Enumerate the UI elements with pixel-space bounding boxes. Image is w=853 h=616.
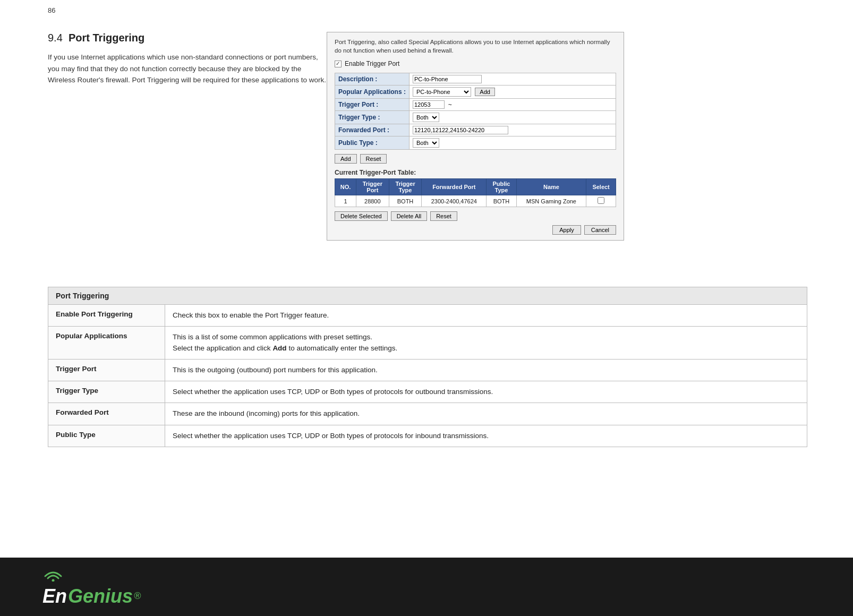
- row-select[interactable]: [586, 195, 616, 207]
- row-trigger-port: 28800: [356, 195, 389, 207]
- popular-apps-add-button[interactable]: Add: [475, 88, 495, 96]
- logo-en: En: [42, 585, 67, 608]
- section-body: If you use Internet applications which u…: [48, 52, 329, 86]
- desc-row-public-type: Public Type Select whether the applicati…: [48, 425, 807, 447]
- desc-row-trigger-type: Trigger Type Select whether the applicat…: [48, 381, 807, 403]
- desc-key-enable: Enable Port Triggering: [48, 305, 165, 327]
- description-label: Description :: [335, 73, 410, 85]
- router-intro-text: Port Triggering, also called Special App…: [335, 38, 616, 55]
- col-public-type: PublicType: [487, 179, 516, 195]
- popular-apps-value: PC-to-Phone Add: [410, 85, 616, 99]
- wifi-icon: [42, 567, 64, 584]
- reset-button[interactable]: Reset: [360, 154, 387, 164]
- desc-key-trigger-type: Trigger Type: [48, 381, 165, 403]
- col-no: NO.: [335, 179, 356, 195]
- row-no: 1: [335, 195, 356, 207]
- description-input[interactable]: [413, 75, 482, 83]
- forwarded-port-input[interactable]: [413, 126, 508, 134]
- section-title: 9.4 Port Triggering: [48, 32, 329, 44]
- logo-area: En Genius ®: [42, 567, 141, 608]
- apply-button[interactable]: Apply: [552, 225, 581, 235]
- trigger-port-input[interactable]: [413, 100, 445, 109]
- svg-point-0: [52, 579, 55, 581]
- enable-trigger-checkbox[interactable]: [335, 61, 342, 67]
- col-name: Name: [516, 179, 586, 195]
- trigger-port-value: ~: [410, 99, 616, 111]
- table-row: 1 28800 BOTH 2300-2400,47624 BOTH MSN Ga…: [335, 195, 616, 207]
- description-table-wrapper: Port Triggering Enable Port Triggering C…: [48, 287, 807, 447]
- footer: En Genius ®: [0, 558, 853, 616]
- popular-apps-label: Popular Applications :: [335, 85, 410, 99]
- page-number: 86: [48, 6, 55, 14]
- forwarded-port-row: Forwarded Port :: [335, 124, 616, 136]
- public-type-label: Public Type :: [335, 136, 410, 150]
- desc-key-public-type: Public Type: [48, 425, 165, 447]
- col-forwarded-port: Forwarded Port: [422, 179, 487, 195]
- apply-cancel-buttons: Apply Cancel: [335, 225, 616, 235]
- desc-row-enable: Enable Port Triggering Check this box to…: [48, 305, 807, 327]
- description-value: [410, 73, 616, 85]
- row-trigger-type: BOTH: [389, 195, 422, 207]
- desc-val-trigger-type: Select whether the application uses TCP,…: [165, 381, 807, 403]
- logo-genius: Genius: [68, 585, 133, 608]
- desc-key-trigger-port: Trigger Port: [48, 359, 165, 381]
- router-ui-panel: Port Triggering, also called Special App…: [327, 32, 624, 241]
- public-type-value: Both TCP UDP: [410, 136, 616, 150]
- trigger-port-table: NO. TriggerPort TriggerType Forwarded Po…: [335, 178, 616, 207]
- left-section: 9.4 Port Triggering If you use Internet …: [48, 32, 329, 86]
- popular-apps-row: Popular Applications : PC-to-Phone Add: [335, 85, 616, 99]
- description-table: Port Triggering Enable Port Triggering C…: [48, 287, 807, 447]
- desc-key-forwarded-port: Forwarded Port: [48, 403, 165, 425]
- forwarded-port-label: Forwarded Port :: [335, 124, 410, 136]
- trigger-port-row: Trigger Port : ~: [335, 99, 616, 111]
- col-trigger-port: TriggerPort: [356, 179, 389, 195]
- row-select-checkbox[interactable]: [598, 197, 604, 204]
- col-trigger-type: TriggerType: [389, 179, 422, 195]
- col-select: Select: [586, 179, 616, 195]
- public-type-row: Public Type : Both TCP UDP: [335, 136, 616, 150]
- delete-selected-button[interactable]: Delete Selected: [335, 211, 388, 221]
- delete-all-button[interactable]: Delete All: [391, 211, 427, 221]
- logo-reg: ®: [134, 591, 141, 602]
- trigger-type-row: Trigger Type : Both TCP UDP: [335, 111, 616, 124]
- trigger-type-select[interactable]: Both TCP UDP: [413, 113, 439, 122]
- desc-row-popular: Popular Applications This is a list of s…: [48, 327, 807, 360]
- public-type-select[interactable]: Both TCP UDP: [413, 138, 439, 148]
- desc-table-header: Port Triggering: [48, 287, 807, 305]
- desc-val-trigger-port: This is the outgoing (outbound) port num…: [165, 359, 807, 381]
- trigger-table-header-row: NO. TriggerPort TriggerType Forwarded Po…: [335, 179, 616, 195]
- enable-trigger-port-row: Enable Trigger Port: [335, 60, 616, 67]
- logo-line: En Genius ®: [42, 585, 141, 608]
- trigger-type-value: Both TCP UDP: [410, 111, 616, 124]
- table-section-title: Current Trigger-Port Table:: [335, 169, 616, 176]
- form-table: Description : Popular Applications : PC-…: [335, 73, 616, 150]
- enable-trigger-label: Enable Trigger Port: [345, 60, 399, 67]
- desc-val-forwarded-port: These are the inbound (incoming) ports f…: [165, 403, 807, 425]
- desc-val-public-type: Select whether the application uses TCP,…: [165, 425, 807, 447]
- desc-val-enable: Check this box to enable the Port Trigge…: [165, 305, 807, 327]
- cancel-button[interactable]: Cancel: [584, 225, 616, 235]
- bottom-buttons: Delete Selected Delete All Reset: [335, 211, 616, 221]
- desc-row-forwarded-port: Forwarded Port These are the inbound (in…: [48, 403, 807, 425]
- forwarded-port-value: [410, 124, 616, 136]
- row-name: MSN Gaming Zone: [516, 195, 586, 207]
- row-forwarded-port: 2300-2400,47624: [422, 195, 487, 207]
- desc-key-popular: Popular Applications: [48, 327, 165, 360]
- desc-table-header-label: Port Triggering: [48, 287, 807, 305]
- desc-val-popular: This is a list of some common applicatio…: [165, 327, 807, 360]
- trigger-port-label: Trigger Port :: [335, 99, 410, 111]
- desc-row-trigger-port: Trigger Port This is the outgoing (outbo…: [48, 359, 807, 381]
- description-row: Description :: [335, 73, 616, 85]
- form-buttons: Add Reset: [335, 154, 616, 164]
- trigger-type-label: Trigger Type :: [335, 111, 410, 124]
- popular-apps-select[interactable]: PC-to-Phone: [413, 87, 471, 97]
- table-reset-button[interactable]: Reset: [430, 211, 457, 221]
- add-button[interactable]: Add: [335, 154, 357, 164]
- row-public-type: BOTH: [487, 195, 516, 207]
